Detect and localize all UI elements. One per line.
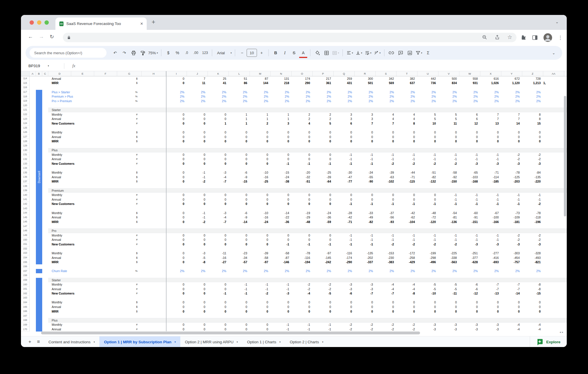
search-menus-input[interactable]: Search the menus (Option+/) bbox=[30, 48, 107, 58]
value-cell-Q157[interactable]: 2% bbox=[334, 269, 355, 274]
value-cell-S161[interactable]: -4 bbox=[376, 287, 396, 291]
value-cell-W150[interactable]: -1 bbox=[459, 237, 480, 242]
value-cell-N136[interactable]: -24 bbox=[271, 175, 292, 179]
value-cell-X145[interactable]: -100 bbox=[480, 215, 501, 220]
value-cell-S149[interactable]: -1 bbox=[376, 233, 396, 238]
column-header-U[interactable]: U bbox=[417, 71, 438, 76]
value-cell-T145[interactable]: -62 bbox=[396, 215, 417, 220]
value-cell-L128[interactable]: 0 bbox=[229, 139, 250, 144]
row-label-cell[interactable]: Monthly bbox=[48, 323, 117, 327]
value-cell-S117[interactable]: 2% bbox=[376, 90, 396, 94]
value-cell-V169[interactable]: -3 bbox=[438, 323, 459, 327]
value-cell-T154[interactable]: -258 bbox=[396, 255, 417, 260]
value-cell-K137[interactable]: -7 bbox=[208, 179, 229, 184]
value-cell-V142[interactable]: -1 bbox=[438, 202, 459, 206]
value-cell-K136[interactable]: -4 bbox=[208, 175, 229, 179]
value-cell-Y115[interactable]: 1,120 bbox=[501, 81, 522, 86]
column-header-F[interactable]: F bbox=[94, 71, 117, 76]
value-cell-O149[interactable]: 0 bbox=[292, 233, 313, 238]
value-cell-P122[interactable]: 2 bbox=[313, 112, 334, 117]
row-header-135[interactable]: 135 bbox=[21, 170, 30, 175]
back-icon[interactable]: ← bbox=[28, 34, 33, 40]
value-cell-M133[interactable]: 0 bbox=[250, 161, 271, 166]
value-cell-Z155[interactable]: -821 bbox=[522, 260, 543, 264]
value-cell-Q146[interactable]: -71 bbox=[334, 220, 355, 224]
value-cell-O145[interactable]: -29 bbox=[292, 215, 313, 220]
value-cell-T132[interactable]: -1 bbox=[396, 157, 417, 162]
value-cell-I133[interactable]: 0 bbox=[166, 161, 187, 166]
value-cell-R137[interactable]: -90 bbox=[355, 179, 376, 184]
value-cell-Q169[interactable]: -2 bbox=[334, 323, 355, 327]
row-header-151[interactable]: 151 bbox=[21, 242, 30, 247]
value-cell-J142[interactable]: 0 bbox=[187, 202, 208, 206]
value-cell-M145[interactable]: -16 bbox=[250, 215, 271, 220]
value-cell-Y161[interactable]: -7 bbox=[501, 287, 522, 291]
value-cell-R149[interactable]: -1 bbox=[355, 233, 376, 238]
value-cell-W154[interactable]: -377 bbox=[459, 255, 480, 260]
value-cell-O150[interactable]: 0 bbox=[292, 237, 313, 242]
vertical-align-button[interactable]: ▾ bbox=[355, 49, 363, 57]
value-cell-V114[interactable]: 500 bbox=[438, 76, 459, 81]
value-cell-J157[interactable]: 2% bbox=[187, 269, 208, 274]
row-label-cell[interactable]: Annual bbox=[48, 197, 117, 202]
value-cell-P133[interactable]: -1 bbox=[313, 161, 334, 166]
value-cell-U161[interactable]: -5 bbox=[417, 287, 438, 291]
value-cell-O153[interactable]: -78 bbox=[292, 251, 313, 255]
value-cell-L114[interactable]: 51 bbox=[229, 76, 250, 81]
unit-cell[interactable]: $ bbox=[117, 211, 142, 215]
column-header-I[interactable]: I bbox=[166, 71, 187, 76]
value-cell-L135[interactable]: -6 bbox=[229, 170, 250, 175]
value-cell-Y165[interactable]: 0 bbox=[501, 305, 522, 309]
value-cell-R150[interactable]: -1 bbox=[355, 237, 376, 242]
create-filter-button[interactable]: ▾ bbox=[415, 49, 423, 57]
value-cell-Q118[interactable]: 2% bbox=[334, 94, 355, 99]
value-cell-R136[interactable]: -55 bbox=[355, 175, 376, 179]
value-cell-Z157[interactable]: 2% bbox=[522, 269, 543, 274]
value-cell-L127[interactable]: 0 bbox=[229, 135, 250, 139]
value-cell-J161[interactable]: 0 bbox=[187, 287, 208, 291]
value-cell-S153[interactable]: -153 bbox=[376, 251, 396, 255]
functions-button[interactable]: Σ bbox=[424, 49, 432, 57]
value-cell-N131[interactable]: 0 bbox=[271, 152, 292, 157]
value-cell-Y126[interactable]: 0 bbox=[501, 130, 522, 135]
value-cell-T144[interactable]: -42 bbox=[396, 211, 417, 215]
value-cell-P123[interactable]: 2 bbox=[313, 117, 334, 121]
column-header-H[interactable]: H bbox=[142, 71, 166, 76]
bookmark-star-icon[interactable]: ☆ bbox=[507, 34, 512, 40]
value-cell-X169[interactable]: -3 bbox=[480, 323, 501, 327]
value-cell-V122[interactable]: 5 bbox=[438, 112, 459, 117]
value-cell-V164[interactable]: 0 bbox=[438, 300, 459, 305]
value-cell-N153[interactable]: -58 bbox=[271, 251, 292, 255]
value-cell-J127[interactable]: 0 bbox=[187, 135, 208, 139]
value-cell-S132[interactable]: -1 bbox=[376, 157, 396, 162]
value-cell-P124[interactable]: 5 bbox=[313, 121, 334, 126]
value-cell-N155[interactable]: -146 bbox=[271, 260, 292, 264]
value-cell-T149[interactable]: -1 bbox=[396, 233, 417, 238]
value-cell-S146[interactable]: -93 bbox=[376, 220, 396, 224]
value-cell-Q115[interactable]: 431 bbox=[334, 81, 355, 86]
value-cell-U123[interactable]: 5 bbox=[417, 117, 438, 121]
value-cell-X170[interactable]: -3 bbox=[480, 327, 501, 332]
value-cell-R165[interactable]: 0 bbox=[355, 305, 376, 309]
insert-link-button[interactable] bbox=[388, 49, 395, 57]
column-header-N[interactable]: N bbox=[271, 71, 292, 76]
value-cell-W149[interactable]: -1 bbox=[459, 233, 480, 238]
value-cell-Q128[interactable]: 0 bbox=[334, 139, 355, 144]
value-cell-P161[interactable]: -2 bbox=[313, 287, 334, 291]
value-cell-P140[interactable]: 0 bbox=[313, 193, 334, 197]
row-header-137[interactable]: 137 bbox=[21, 179, 30, 184]
value-cell-Q114[interactable]: 259 bbox=[334, 76, 355, 81]
value-cell-N161[interactable]: -1 bbox=[271, 287, 292, 291]
value-cell-L141[interactable]: 0 bbox=[229, 197, 250, 202]
vertical-scrollbar-thumb[interactable] bbox=[564, 96, 566, 216]
value-cell-M124[interactable]: 2 bbox=[250, 121, 271, 126]
value-cell-R126[interactable]: 0 bbox=[355, 130, 376, 135]
row-label-cell[interactable]: New Customers bbox=[48, 121, 117, 126]
value-cell-J136[interactable]: -1 bbox=[187, 175, 208, 179]
churn-bar[interactable] bbox=[36, 278, 42, 332]
row-label-cell[interactable]: Churn Rate bbox=[48, 269, 117, 274]
value-cell-V124[interactable]: 11 bbox=[438, 121, 459, 126]
value-cell-X161[interactable]: -7 bbox=[480, 287, 501, 291]
column-header-O[interactable]: O bbox=[292, 71, 313, 76]
value-cell-Z133[interactable]: -3 bbox=[522, 161, 543, 166]
